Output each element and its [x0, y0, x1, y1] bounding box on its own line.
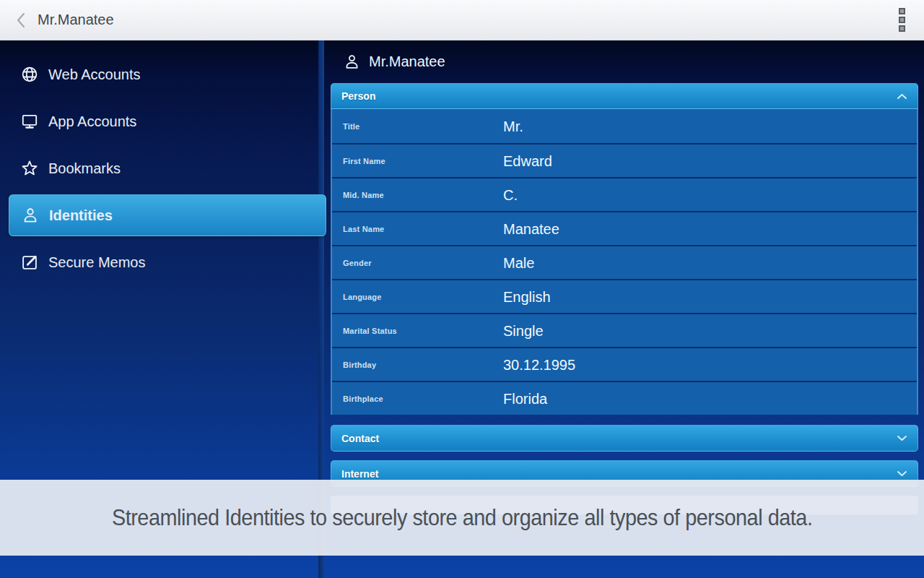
field-label: Mid. Name — [343, 191, 384, 199]
section-label: Person — [341, 90, 375, 102]
section-label: Contact — [341, 433, 379, 444]
page-title: Mr.Manatee — [38, 12, 114, 28]
field-label: Title — [343, 122, 359, 131]
field-row-mid-name: Mid. Name C. — [332, 177, 917, 211]
field-value: Florida — [503, 390, 547, 407]
monitor-icon — [20, 112, 39, 131]
caption-text: Streamlined Identities to securely store… — [112, 504, 813, 531]
sidebar-item-secure-memos[interactable]: Secure Memos — [9, 241, 319, 283]
field-label: Language — [343, 293, 382, 301]
field-row-first-name: First Name Edward — [332, 143, 917, 177]
back-button[interactable] — [12, 9, 30, 32]
field-row-marital-status: Marital Status Single — [332, 313, 917, 347]
field-value: English — [503, 288, 551, 305]
field-value: Manatee — [503, 220, 559, 237]
field-label: First Name — [343, 157, 385, 165]
field-value: Edward — [503, 152, 552, 169]
field-row-title: Title Mr. — [332, 109, 917, 143]
field-value: C. — [503, 186, 518, 203]
field-value: Male — [503, 254, 534, 271]
chevron-up-icon — [897, 93, 907, 100]
sidebar-item-app-accounts[interactable]: App Accounts — [9, 100, 319, 142]
person-fields: Title Mr. First Name Edward Mid. Name C.… — [331, 109, 918, 415]
field-row-gender: Gender Male — [332, 245, 917, 279]
field-row-birthday: Birthday 30.12.1995 — [332, 347, 917, 381]
sidebar-item-label: Secure Memos — [48, 254, 146, 271]
field-label: Birthday — [343, 361, 376, 369]
section-header-person[interactable]: Person — [331, 83, 918, 109]
sidebar-item-label: Identities — [49, 207, 113, 224]
overflow-square-icon — [899, 8, 905, 14]
overflow-square-icon — [899, 17, 905, 23]
field-row-language: Language English — [332, 279, 917, 313]
overflow-menu-button[interactable] — [891, 6, 912, 35]
field-value: Single — [503, 322, 544, 339]
main-area: Web Accounts App Accounts Bookmarks — [0, 40, 924, 578]
sidebar-item-web-accounts[interactable]: Web Accounts — [9, 53, 319, 95]
chevron-down-icon — [897, 435, 907, 441]
memo-icon — [20, 253, 39, 272]
person-icon — [21, 206, 40, 225]
chevron-left-icon — [15, 12, 27, 28]
field-label: Marital Status — [343, 327, 397, 335]
identity-header: Mr.Manatee — [331, 47, 918, 76]
field-label: Last Name — [343, 225, 384, 233]
person-icon — [343, 53, 361, 71]
sidebar-item-label: App Accounts — [48, 113, 136, 130]
field-label: Birthplace — [343, 394, 383, 403]
sidebar-item-bookmarks[interactable]: Bookmarks — [9, 147, 319, 189]
sidebar-item-identities[interactable]: Identities — [9, 194, 326, 236]
section-label: Internet — [341, 468, 378, 480]
top-action-bar: Mr.Manatee — [0, 0, 924, 40]
caption-banner: Streamlined Identities to securely store… — [0, 480, 924, 556]
field-value: 30.12.1995 — [503, 356, 575, 373]
sidebar-item-label: Web Accounts — [48, 66, 140, 83]
sidebar-item-label: Bookmarks — [48, 160, 121, 177]
field-value: Mr. — [503, 118, 523, 134]
star-icon — [20, 159, 39, 178]
globe-icon — [20, 65, 39, 84]
chevron-down-icon — [897, 470, 907, 477]
field-row-last-name: Last Name Manatee — [332, 211, 917, 245]
identity-title: Mr.Manatee — [369, 53, 445, 70]
section-header-contact[interactable]: Contact — [331, 425, 918, 452]
field-label: Gender — [343, 259, 372, 267]
field-row-birthplace: Birthplace Florida — [332, 381, 917, 415]
overflow-square-icon — [899, 25, 905, 32]
